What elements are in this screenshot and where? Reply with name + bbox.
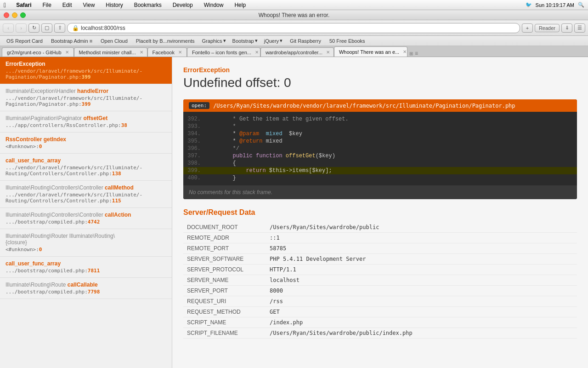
- home-button[interactable]: ▢: [41, 23, 52, 33]
- server-data-title: Server/Request Data: [183, 208, 577, 217]
- bookmark-jquery[interactable]: jQuery ▾: [261, 37, 285, 45]
- back-button[interactable]: ‹: [3, 23, 14, 33]
- stack-frame-1[interactable]: Illuminate\Exception\Handler handleError…: [0, 84, 172, 111]
- line-num-393: 393.: [183, 123, 206, 130]
- share-button[interactable]: ⇧: [54, 23, 65, 33]
- code-line-398: 398. {: [183, 160, 577, 167]
- tab-close-github[interactable]: ✕: [65, 50, 69, 55]
- server-key-script-name: SCRIPT_NAME: [183, 317, 266, 328]
- menu-file[interactable]: File: [40, 1, 54, 9]
- server-row-request-method: REQUEST_METHOD GET: [183, 307, 577, 317]
- tab-close-whoops[interactable]: ✕: [403, 49, 407, 54]
- fullscreen-button[interactable]: [20, 12, 26, 18]
- frame-class-2: Illuminate\Pagination\Paginator offsetGe…: [6, 115, 166, 121]
- tab-fontello[interactable]: Fontello – icon fonts gen... ✕: [187, 47, 260, 57]
- apple-menu[interactable]: : [4, 1, 6, 9]
- bookmark-bootstrap[interactable]: Bootstrap ▾: [230, 37, 260, 45]
- reload-button[interactable]: ↻: [28, 23, 40, 33]
- server-row-remote-port: REMOTE_PORT 58785: [183, 243, 577, 254]
- line-num-400: 400.: [183, 175, 206, 181]
- server-row-request-uri: REQUEST_URI /rss: [183, 296, 577, 307]
- line-code-397: public function offsetGet($key): [206, 153, 335, 159]
- menu-view[interactable]: View: [80, 1, 98, 9]
- menu-help[interactable]: Help: [232, 1, 249, 9]
- stack-frame-4[interactable]: call_user_func_array .../vendor/laravel/…: [0, 154, 172, 181]
- tab-wardrobe[interactable]: wardrobe/app/controller... ✕: [260, 47, 334, 57]
- stack-frame-8[interactable]: call_user_func_array .../bootstrap/compi…: [0, 257, 172, 278]
- bookmark-git-raspberry[interactable]: Git Raspberry: [286, 37, 325, 45]
- line-num-398: 398.: [183, 160, 206, 167]
- stack-frame-7[interactable]: Illuminate\Routing\Router Illuminate\Rou…: [0, 229, 172, 257]
- minimize-button[interactable]: [12, 12, 17, 18]
- add-tab-button[interactable]: +: [522, 23, 533, 33]
- downloads-button[interactable]: ⇓: [561, 23, 572, 33]
- stack-frame-5[interactable]: Illuminate\Routing\Controllers\Controlle…: [0, 181, 172, 208]
- sidebar: ErrorException .../vendor/laravel/framew…: [0, 57, 172, 368]
- server-row-script-filename: SCRIPT_FILENAME /Users/Ryan/Sites/wardro…: [183, 328, 577, 339]
- frame-class-9: Illuminate\Routing\Route callCallable: [6, 282, 166, 288]
- menu-window[interactable]: Window: [201, 1, 226, 9]
- stack-frame-3[interactable]: RssController getIndex <#unknown>:0: [0, 132, 172, 154]
- frame-path-6: .../bootstrap/compiled.php:4742: [6, 219, 166, 225]
- bookmark-os-report-card[interactable]: OS Report Card: [3, 37, 46, 45]
- bookmark-graphics[interactable]: Graphics ▾: [199, 37, 229, 45]
- no-comments-text: No comments for this stack frame.: [183, 185, 577, 199]
- address-bar[interactable]: 🔒 localhost:8000/rss: [67, 23, 520, 33]
- line-code-399: return $this->items[$key];: [206, 167, 332, 174]
- tab-close-methodist[interactable]: ✕: [140, 50, 143, 55]
- error-type: ErrorException: [183, 66, 577, 74]
- line-code-395: * @return mixed: [206, 138, 283, 144]
- bookmark-placeit[interactable]: PlaceIt by B...nvironments: [132, 37, 198, 45]
- frame-path-2: .../app/controllers/RssController.php:38: [6, 122, 166, 128]
- tab-close-facebook[interactable]: ✕: [178, 50, 182, 55]
- search-icon[interactable]: 🔍: [578, 2, 584, 8]
- menu-bookmarks[interactable]: Bookmarks: [131, 1, 164, 9]
- stack-frame-6[interactable]: Illuminate\Routing\Controllers\Controlle…: [0, 208, 172, 229]
- server-key-request-uri: REQUEST_URI: [183, 296, 266, 307]
- code-line-394: 394. * @param mixed $key: [183, 130, 577, 138]
- tab-overflow[interactable]: ⊞: [409, 51, 413, 56]
- menu-develop[interactable]: Develop: [170, 1, 196, 9]
- stack-frame-2[interactable]: Illuminate\Pagination\Paginator offsetGe…: [0, 111, 172, 132]
- line-code-398: {: [206, 160, 236, 167]
- forward-button[interactable]: ›: [16, 23, 27, 33]
- bookmark-free-ebooks[interactable]: 50 Free Ebooks: [326, 37, 369, 45]
- bookmark-open-cloud[interactable]: Open Cloud: [97, 37, 131, 45]
- stack-frame-9[interactable]: Illuminate\Routing\Route callCallable ..…: [0, 278, 172, 299]
- status-bar-right: 🐦 Sun 10:19:17 AM 🔍: [526, 2, 584, 8]
- server-val-request-uri: /rss: [266, 296, 577, 307]
- tab-list-icon[interactable]: ≡: [415, 50, 418, 57]
- frame-path-4: .../vendor/laravel/framework/src/Illumin…: [6, 165, 166, 177]
- code-file-path: /Users/Ryan/Sites/wardrobe/vendor/larave…: [213, 103, 515, 109]
- tab-close-wardrobe[interactable]: ✕: [326, 50, 330, 55]
- sidebar-toggle[interactable]: ☰: [574, 23, 585, 33]
- menu-edit[interactable]: Edit: [60, 1, 75, 9]
- code-header: open: /Users/Ryan/Sites/wardrobe/vendor/…: [183, 99, 577, 112]
- tab-facebook[interactable]: Facebook ✕: [147, 47, 187, 57]
- frame-path-5: .../vendor/laravel/framework/src/Illumin…: [6, 192, 166, 204]
- menu-history[interactable]: History: [103, 1, 125, 9]
- code-block: open: /Users/Ryan/Sites/wardrobe/vendor/…: [183, 99, 577, 199]
- server-key-remote-port: REMOTE_PORT: [183, 243, 266, 254]
- tab-close-fontello[interactable]: ✕: [255, 50, 259, 55]
- url-text: localhost:8000/rss: [81, 25, 125, 31]
- tab-whoops[interactable]: Whoops! There was an e... ✕: [334, 46, 407, 57]
- code-line-397: 397. public function offsetGet($key): [183, 152, 577, 160]
- bookmark-bootstrap-admin[interactable]: Bootstrap Admin ≡: [47, 37, 96, 45]
- close-button[interactable]: [4, 12, 9, 18]
- line-code-393: *: [206, 123, 236, 130]
- server-val-script-filename: /Users/Ryan/Sites/wardrobe/public/index.…: [266, 328, 577, 339]
- tab-github[interactable]: gr2m/grunt-eco - GitHub ✕: [2, 47, 74, 57]
- reader-button[interactable]: Reader: [535, 24, 560, 32]
- code-line-392: 392. * Get the item at the given offset.: [183, 115, 577, 123]
- tab-label-methodist: Methodist minister chall...: [79, 50, 136, 55]
- server-key-server-software: SERVER_SOFTWARE: [183, 254, 266, 264]
- stack-frame-0[interactable]: ErrorException .../vendor/laravel/framew…: [0, 57, 172, 84]
- server-val-request-method: GET: [266, 307, 577, 317]
- line-code-394: * @param mixed $key: [206, 131, 302, 137]
- menu-safari[interactable]: Safari: [13, 1, 34, 9]
- tab-methodist[interactable]: Methodist minister chall... ✕: [74, 47, 147, 57]
- open-badge: open:: [189, 102, 209, 109]
- frame-class-1: Illuminate\Exception\Handler handleError: [6, 88, 166, 94]
- main-layout: ErrorException .../vendor/laravel/framew…: [0, 57, 588, 368]
